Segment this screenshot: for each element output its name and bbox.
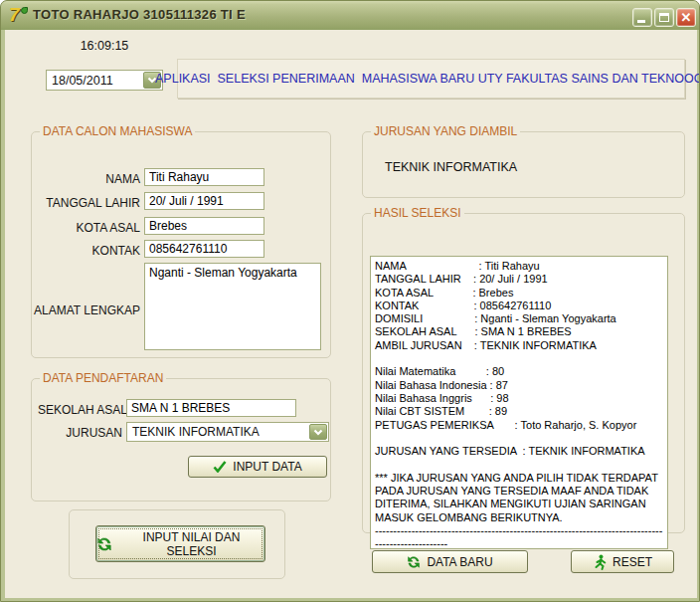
app-window: 7 TOTO RAHARJO 3105111326 TI E ✕ 16:09:1… bbox=[0, 0, 700, 602]
input-nilai-label: INPUT NILAI DAN SELEKSI bbox=[118, 530, 264, 558]
nama-input[interactable] bbox=[144, 168, 264, 186]
sekolah-asal-label: SEKOLAH ASAL bbox=[38, 403, 122, 417]
banner-text: APLIKASI SELEKSI PENERIMAAN MAHASISWA BA… bbox=[155, 72, 700, 86]
nama-label: NAMA bbox=[32, 172, 140, 186]
tanggal-lahir-label: TANGGAL LAHIR bbox=[32, 196, 140, 210]
input-data-button[interactable]: INPUT DATA bbox=[188, 456, 327, 478]
refresh-arrows-icon bbox=[96, 536, 112, 552]
delphi-7-icon: 7 bbox=[8, 6, 28, 26]
window-title: TOTO RAHARJO 3105111326 TI E bbox=[33, 7, 246, 22]
minimize-icon bbox=[637, 20, 645, 23]
kota-asal-input[interactable] bbox=[144, 217, 264, 235]
data-baru-button[interactable]: DATA BARU bbox=[372, 550, 528, 573]
data-baru-label: DATA BARU bbox=[427, 555, 492, 569]
date-value: 18/05/2011 bbox=[47, 74, 113, 88]
maximize-button[interactable] bbox=[654, 8, 674, 27]
reset-label: RESET bbox=[612, 555, 652, 569]
close-icon: ✕ bbox=[677, 10, 695, 25]
chevron-down-icon bbox=[313, 429, 323, 436]
group-data-pendaftaran: DATA PENDAFTARAN SEKOLAH ASAL JURUSAN TE… bbox=[31, 378, 331, 502]
hasil-seleksi-memo[interactable]: NAMA : Titi Rahayu TANGGAL LAHIR : 20/ J… bbox=[370, 256, 668, 549]
tanggal-lahir-input[interactable] bbox=[144, 192, 264, 210]
maximize-icon bbox=[659, 13, 669, 22]
group-jurusan-yang-diambil: JURUSAN YANG DIAMBIL TEKNIK INFORMATIKA bbox=[362, 131, 685, 198]
alamat-lengkap-textarea[interactable]: Nganti - Sleman Yogyakarta bbox=[144, 263, 321, 350]
form-surface: 16:09:15 18/05/2011 APLIKASI SELEKSI PEN… bbox=[5, 30, 697, 598]
alamat-lengkap-label: ALAMAT LENGKAP bbox=[32, 303, 140, 317]
group-title: HASIL SELEKSI bbox=[371, 206, 464, 220]
app-banner: APLIKASI SELEKSI PENERIMAAN MAHASISWA BA… bbox=[177, 59, 685, 99]
reset-button[interactable]: RESET bbox=[571, 550, 674, 573]
group-hasil-seleksi: HASIL SELEKSI NAMA : Titi Rahayu TANGGAL… bbox=[362, 213, 685, 533]
jurusan-dropdown-button[interactable] bbox=[309, 424, 327, 440]
date-picker[interactable]: 18/05/2011 bbox=[46, 70, 163, 91]
title-bar[interactable]: 7 TOTO RAHARJO 3105111326 TI E ✕ bbox=[1, 1, 700, 30]
jurusan-selected-value: TEKNIK INFORMATIKA bbox=[127, 425, 260, 439]
running-man-icon bbox=[593, 554, 607, 570]
jurusan-label: JURUSAN bbox=[38, 426, 122, 440]
jurusan-select[interactable]: TEKNIK INFORMATIKA bbox=[126, 422, 329, 442]
kota-asal-label: KOTA ASAL bbox=[32, 221, 140, 235]
jurusan-diambil-value: TEKNIK INFORMATIKA bbox=[385, 160, 517, 174]
group-title: JURUSAN YANG DIAMBIL bbox=[371, 124, 520, 138]
frame-input-nilai: INPUT NILAI DAN SELEKSI bbox=[69, 509, 285, 579]
refresh-arrows-icon bbox=[407, 555, 421, 569]
sekolah-asal-input[interactable] bbox=[126, 399, 296, 417]
time-label: 16:09:15 bbox=[46, 39, 163, 53]
input-data-label: INPUT DATA bbox=[233, 460, 301, 474]
group-title: DATA CALON MAHASISWA bbox=[40, 124, 195, 138]
close-button[interactable]: ✕ bbox=[676, 8, 696, 27]
minimize-button[interactable] bbox=[632, 8, 652, 27]
group-title: DATA PENDAFTARAN bbox=[40, 371, 166, 385]
kontak-input[interactable] bbox=[144, 240, 264, 258]
group-data-calon-mahasiswa: DATA CALON MAHASISWA NAMA TANGGAL LAHIR … bbox=[31, 131, 331, 358]
check-icon bbox=[213, 461, 227, 473]
kontak-label: KONTAK bbox=[32, 244, 140, 258]
input-nilai-dan-seleksi-button[interactable]: INPUT NILAI DAN SELEKSI bbox=[95, 525, 265, 562]
